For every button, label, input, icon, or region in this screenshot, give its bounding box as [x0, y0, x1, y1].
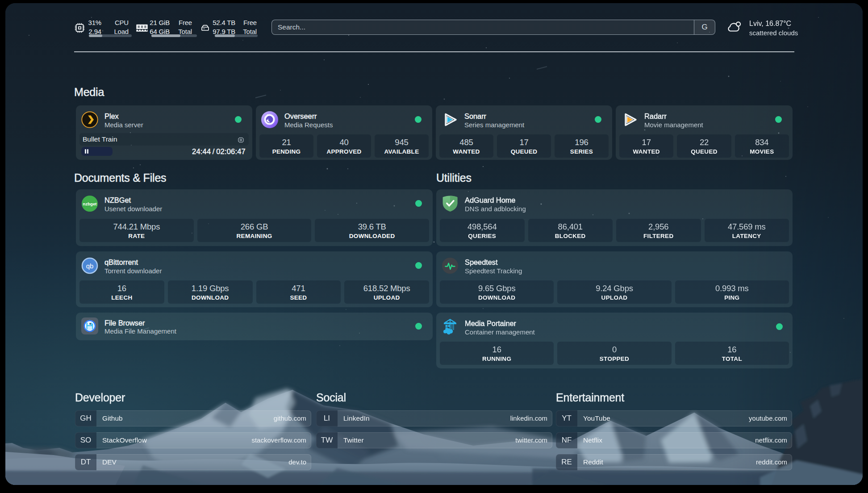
svg-text:nzbget: nzbget: [83, 201, 97, 206]
svg-text:qb: qb: [86, 262, 94, 270]
